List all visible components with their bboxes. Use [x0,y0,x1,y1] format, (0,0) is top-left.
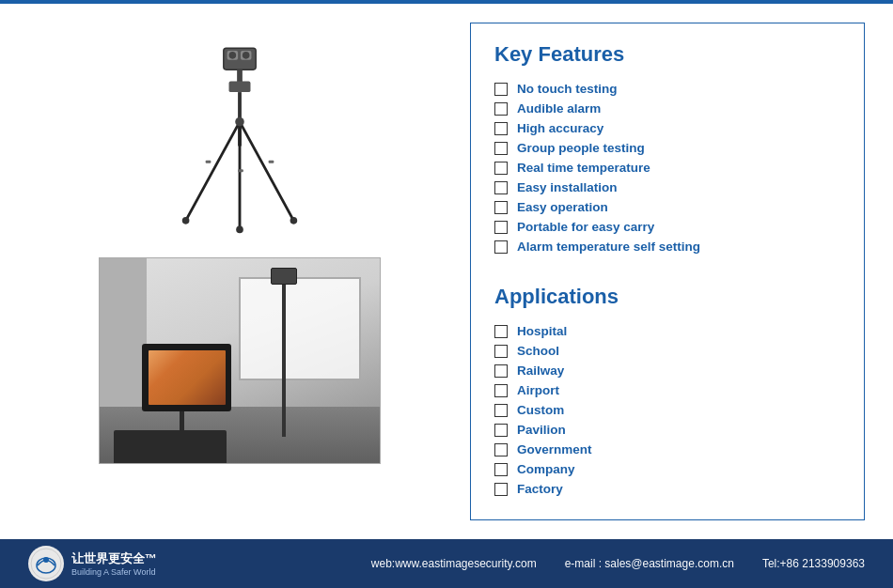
applications-title: Applications [494,285,840,309]
list-item: Company [494,462,840,476]
list-item: Hospital [494,324,840,338]
room-photo-image [99,257,381,464]
svg-rect-5 [237,70,243,83]
feature-label: School [517,344,559,358]
checkbox-icon [494,463,508,476]
list-item: No touch testing [494,82,840,96]
checkbox-icon [494,384,508,397]
footer-logo: 让世界更安全™ Building A Safer World [28,546,157,581]
feature-label: Hospital [517,324,567,338]
svg-point-11 [235,117,244,127]
checkbox-icon [494,364,508,378]
svg-rect-15 [206,161,212,163]
list-item: School [494,344,840,358]
list-item: Factory [494,482,840,496]
feature-label: Real time temperature [517,161,650,175]
checkbox-icon [494,83,508,96]
svg-point-20 [43,557,49,563]
checkbox-icon [494,443,508,456]
feature-label: Custom [517,403,564,417]
feature-label: Alarm temperature self setting [517,240,700,254]
feature-label: Easy installation [517,180,618,194]
svg-rect-16 [269,161,274,163]
checkbox-icon [494,201,508,214]
feature-label: Railway [517,364,564,378]
feature-label: Factory [517,482,563,496]
list-item: Group people testing [494,141,840,155]
checkbox-icon [494,404,508,417]
svg-rect-17 [238,169,243,172]
feature-label: Company [517,462,575,476]
checkbox-icon [494,162,508,175]
checkbox-icon [494,325,508,338]
footer-website: web:www.eastimagesecurity.com [371,557,537,570]
logo-circle [28,546,64,581]
list-item: Airport [494,383,840,397]
feature-label: Audible alarm [517,101,601,116]
footer-contact: web:www.eastimagesecurity.com e-mail : s… [371,557,865,570]
feature-label: No touch testing [517,82,618,96]
footer: 让世界更安全™ Building A Safer World web:www.e… [0,539,893,588]
list-item: Real time temperature [494,161,840,175]
svg-line-9 [240,122,293,221]
main-content: Key Features No touch testing Audible al… [0,4,893,539]
list-item: High accuracy [494,121,840,135]
checkbox-icon [494,102,508,116]
checkbox-icon [494,122,508,135]
feature-label: Airport [517,383,559,397]
feature-label: Easy operation [517,200,608,214]
feature-label: High accuracy [517,121,603,135]
list-item: Railway [494,364,840,378]
feature-label: Pavilion [517,423,566,437]
checkbox-icon [494,483,508,496]
svg-point-14 [236,226,243,234]
list-item: Easy installation [494,180,840,194]
feature-label: Group people testing [517,141,645,155]
list-item: Easy operation [494,200,840,214]
footer-logo-subtext: Building A Safer World [71,567,157,577]
svg-rect-6 [229,82,251,92]
divider [494,269,840,270]
tripod-camera-image [146,23,334,248]
left-panel [28,23,451,520]
svg-point-4 [243,52,250,59]
checkbox-icon [494,240,508,254]
checkbox-icon [494,142,508,155]
applications-list: Hospital School Railway Airport Custom P… [494,324,840,496]
list-item: Alarm temperature self setting [494,240,840,254]
key-features-list: No touch testing Audible alarm High accu… [494,82,840,254]
list-item: Custom [494,403,840,417]
feature-label: Portable for easy carry [517,220,654,234]
svg-point-18 [31,549,61,579]
feature-label: Government [517,442,592,456]
key-features-title: Key Features [494,42,840,67]
right-panel: Key Features No touch testing Audible al… [470,23,865,520]
checkbox-icon [494,424,508,437]
list-item: Portable for easy carry [494,220,840,234]
footer-logo-chinese: 让世界更安全™ [71,550,157,567]
svg-point-13 [290,217,298,224]
checkbox-icon [494,181,508,194]
list-item: Government [494,442,840,456]
svg-line-8 [186,122,240,221]
list-item: Audible alarm [494,101,840,116]
footer-logo-text-block: 让世界更安全™ Building A Safer World [71,550,157,577]
svg-point-3 [229,52,237,59]
svg-point-12 [182,217,190,224]
checkbox-icon [494,221,508,234]
footer-tel: Tel:+86 2133909363 [762,557,865,570]
list-item: Pavilion [494,423,840,437]
footer-email: e-mail : sales@eastimage.com.cn [565,557,734,570]
checkbox-icon [494,345,508,358]
